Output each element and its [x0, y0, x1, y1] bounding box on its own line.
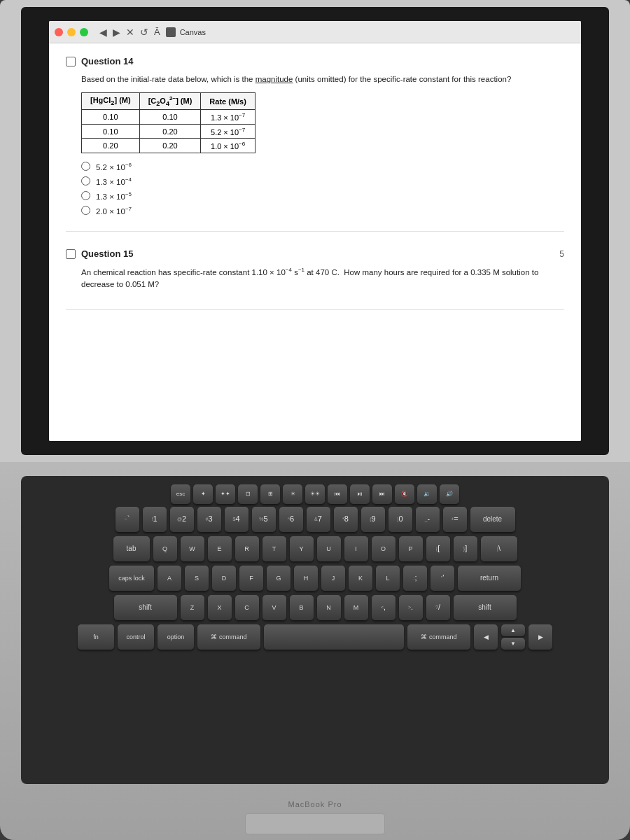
key-return[interactable]: return: [458, 566, 521, 591]
key-r[interactable]: R: [235, 536, 259, 561]
key-f2[interactable]: ✦✦: [216, 484, 235, 504]
key-f1[interactable]: ✦: [193, 484, 213, 504]
key-j[interactable]: J: [321, 566, 345, 591]
key-backslash[interactable]: |\: [481, 536, 517, 561]
answer-option-d[interactable]: 2.0 × 10−7: [81, 206, 564, 216]
key-arrow-down[interactable]: ▼: [501, 638, 525, 650]
key-shift-left[interactable]: shift: [114, 595, 177, 620]
key-4[interactable]: $4: [225, 507, 248, 532]
key-0[interactable]: )0: [388, 507, 412, 532]
minimize-button[interactable]: [67, 28, 76, 36]
key-f5[interactable]: ☀: [283, 484, 302, 504]
key-a[interactable]: A: [158, 566, 181, 591]
key-f7[interactable]: ⏮: [328, 484, 347, 504]
key-o[interactable]: O: [372, 536, 396, 561]
key-delete[interactable]: delete: [470, 507, 515, 532]
key-6[interactable]: ^6: [279, 507, 303, 532]
key-f11[interactable]: 🔉: [417, 484, 437, 504]
key-p[interactable]: P: [399, 536, 423, 561]
key-z[interactable]: Z: [181, 595, 204, 620]
key-bracket-open[interactable]: {[: [426, 536, 450, 561]
answer-option-b[interactable]: 1.3 × 10−4: [81, 176, 564, 186]
key-bracket-close[interactable]: }]: [454, 536, 477, 561]
key-q[interactable]: Q: [153, 536, 177, 561]
key-v[interactable]: V: [262, 595, 286, 620]
key-t[interactable]: T: [262, 536, 286, 561]
key-caps[interactable]: caps lock: [109, 566, 154, 591]
key-f6[interactable]: ☀☀: [305, 484, 325, 504]
key-option[interactable]: option: [158, 624, 194, 650]
key-arrow-right[interactable]: ▶: [528, 624, 552, 650]
cell-rate-3: 1.0 × 10−6: [201, 139, 255, 153]
key-shift-right[interactable]: shift: [454, 595, 517, 620]
key-comma[interactable]: <,: [372, 595, 396, 620]
key-u[interactable]: U: [317, 536, 341, 561]
key-e[interactable]: E: [208, 536, 232, 561]
key-semicolon[interactable]: :;: [403, 566, 427, 591]
key-f8[interactable]: ⏯: [350, 484, 370, 504]
key-8[interactable]: *8: [334, 507, 358, 532]
radio-a[interactable]: [81, 162, 90, 171]
key-n[interactable]: N: [317, 595, 341, 620]
grid-icon[interactable]: [166, 27, 176, 37]
close-tab-icon[interactable]: ✕: [126, 27, 134, 38]
maximize-button[interactable]: [80, 28, 88, 36]
key-d[interactable]: D: [212, 566, 236, 591]
key-y[interactable]: Y: [290, 536, 314, 561]
key-i[interactable]: I: [344, 536, 368, 561]
key-b[interactable]: B: [290, 595, 314, 620]
key-w[interactable]: W: [181, 536, 204, 561]
close-button[interactable]: [55, 28, 63, 36]
key-f10[interactable]: 🔇: [395, 484, 414, 504]
radio-c[interactable]: [81, 191, 90, 200]
key-f[interactable]: F: [239, 566, 263, 591]
radio-b[interactable]: [81, 176, 90, 186]
key-3[interactable]: #3: [197, 507, 221, 532]
key-f4[interactable]: ⊞: [260, 484, 280, 504]
key-slash[interactable]: ?/: [426, 595, 450, 620]
key-fn[interactable]: fn: [78, 624, 114, 650]
key-arrow-up[interactable]: ▲: [501, 624, 525, 636]
key-s[interactable]: S: [185, 566, 209, 591]
answer-option-a[interactable]: 5.2 × 10−6: [81, 162, 564, 172]
key-l[interactable]: L: [376, 566, 400, 591]
key-arrow-left[interactable]: ◀: [474, 624, 498, 650]
radio-d[interactable]: [81, 206, 90, 215]
question-14-checkbox[interactable]: [66, 57, 76, 66]
back-icon[interactable]: ◀: [99, 27, 107, 38]
forward-icon[interactable]: ▶: [113, 27, 120, 38]
key-period[interactable]: >.: [399, 595, 423, 620]
key-esc[interactable]: esc: [171, 484, 190, 504]
key-backtick[interactable]: ~`: [115, 507, 139, 532]
key-7[interactable]: &7: [307, 507, 330, 532]
key-x[interactable]: X: [208, 595, 232, 620]
key-minus[interactable]: _-: [416, 507, 440, 532]
key-9[interactable]: (9: [361, 507, 385, 532]
key-tab[interactable]: tab: [113, 536, 150, 561]
key-f3[interactable]: ⊡: [238, 484, 258, 504]
key-control[interactable]: control: [118, 624, 154, 650]
key-command-right[interactable]: ⌘ command: [407, 624, 470, 650]
question-15-header: Question 15 5: [66, 248, 564, 259]
key-h[interactable]: H: [294, 566, 318, 591]
cell-hgcl2-2: 0.10: [82, 124, 140, 139]
key-g[interactable]: G: [267, 566, 290, 591]
question-15-checkbox[interactable]: [66, 249, 76, 259]
key-f12[interactable]: 🔊: [440, 484, 459, 504]
key-k[interactable]: K: [349, 566, 372, 591]
shift-row: shift Z X C V B N M <, >. ?/ shift: [31, 595, 599, 620]
key-command-left[interactable]: ⌘ command: [197, 624, 260, 650]
key-space[interactable]: [264, 624, 404, 650]
key-quote[interactable]: "': [430, 566, 454, 591]
key-5[interactable]: %5: [252, 507, 276, 532]
reload-icon[interactable]: ↺: [140, 27, 148, 38]
key-1[interactable]: !1: [143, 507, 167, 532]
answer-option-c[interactable]: 1.3 × 10−5: [81, 191, 564, 201]
trackpad[interactable]: [245, 813, 385, 834]
key-2[interactable]: @2: [170, 507, 194, 532]
cell-c2o4-2: 0.20: [139, 124, 201, 139]
key-f9[interactable]: ⏭: [372, 484, 392, 504]
key-c[interactable]: C: [235, 595, 259, 620]
key-equals[interactable]: +=: [443, 507, 467, 532]
key-m[interactable]: M: [344, 595, 368, 620]
